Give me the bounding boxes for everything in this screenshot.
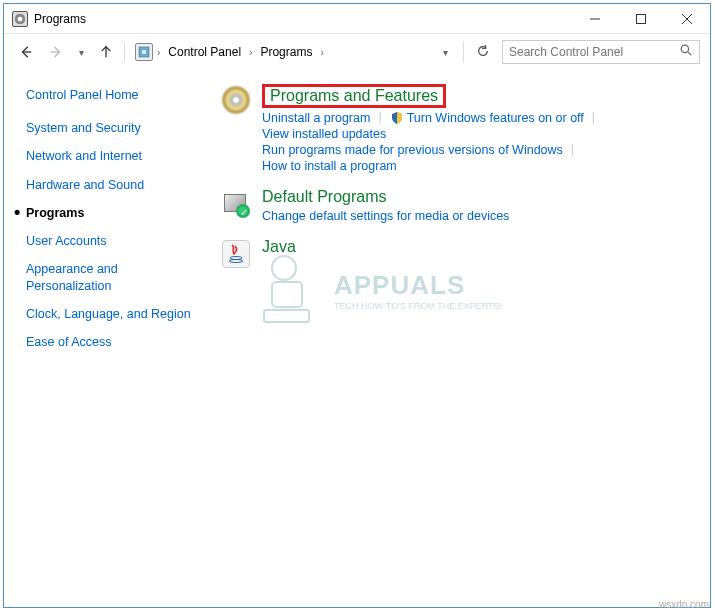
- breadcrumb-control-panel[interactable]: Control Panel: [164, 43, 245, 61]
- svg-point-12: [229, 260, 243, 263]
- chevron-right-icon[interactable]: ›: [249, 47, 252, 58]
- search-icon[interactable]: [680, 44, 693, 60]
- search-input[interactable]: [509, 45, 680, 59]
- content-area: Control Panel Home System and Security N…: [4, 70, 710, 607]
- sidebar-item-appearance[interactable]: Appearance and Personalization: [26, 261, 204, 294]
- svg-rect-14: [272, 282, 302, 307]
- maximize-button[interactable]: [618, 4, 664, 34]
- sidebar-item-user-accounts[interactable]: User Accounts: [26, 233, 204, 249]
- programs-features-link[interactable]: Programs and Features: [262, 84, 446, 108]
- chevron-right-icon[interactable]: ›: [157, 47, 160, 58]
- svg-point-8: [142, 50, 146, 54]
- watermark-brand: APPUALS: [334, 270, 502, 301]
- separator: [463, 42, 464, 62]
- sidebar-item-network-internet[interactable]: Network and Internet: [26, 148, 204, 164]
- sidebar-item-programs[interactable]: Programs: [26, 205, 204, 221]
- sidebar-item-clock-language[interactable]: Clock, Language, and Region: [26, 306, 204, 322]
- titlebar: Programs: [4, 4, 710, 34]
- how-install-link[interactable]: How to install a program: [262, 158, 397, 174]
- svg-point-9: [681, 45, 688, 52]
- java-link[interactable]: Java: [262, 238, 296, 256]
- window-frame: Programs ▾ ›: [3, 3, 711, 608]
- breadcrumb-programs[interactable]: Programs: [256, 43, 316, 61]
- section-programs-features: Programs and Features Uninstall a progra…: [220, 84, 700, 174]
- uninstall-program-link[interactable]: Uninstall a program: [262, 110, 370, 126]
- search-box[interactable]: [502, 40, 700, 64]
- forward-button[interactable]: [44, 40, 68, 64]
- breadcrumb[interactable]: › Control Panel › Programs ›: [131, 40, 427, 64]
- minimize-button[interactable]: [572, 4, 618, 34]
- watermark-tagline: TECH HOW-TO'S FROM THE EXPERTS!: [334, 301, 502, 311]
- section-default-programs: ✓ Default Programs Change default settin…: [220, 188, 700, 224]
- shield-icon: [390, 111, 404, 125]
- app-icon: [12, 11, 28, 27]
- sidebar-item-ease-access[interactable]: Ease of Access: [26, 334, 204, 350]
- compatibility-link[interactable]: Run programs made for previous versions …: [262, 142, 563, 158]
- section-java: Java: [220, 238, 700, 270]
- default-programs-icon: ✓: [220, 188, 252, 220]
- window-controls: [572, 4, 710, 34]
- svg-rect-15: [264, 310, 309, 322]
- view-updates-link[interactable]: View installed updates: [262, 126, 386, 142]
- sidebar: Control Panel Home System and Security N…: [4, 70, 214, 607]
- windows-features-link[interactable]: Turn Windows features on or off: [390, 110, 584, 126]
- path-dropdown[interactable]: ▾: [433, 40, 457, 64]
- up-button[interactable]: [94, 40, 118, 64]
- java-icon: [220, 238, 252, 270]
- svg-line-10: [688, 52, 691, 55]
- source-mark: wsxdn.com: [659, 599, 709, 610]
- sidebar-item-hardware-sound[interactable]: Hardware and Sound: [26, 177, 204, 193]
- programs-features-icon: [220, 84, 252, 116]
- recent-dropdown[interactable]: ▾: [74, 40, 88, 64]
- separator: [124, 42, 125, 62]
- refresh-button[interactable]: [470, 44, 496, 61]
- main-content: Programs and Features Uninstall a progra…: [214, 70, 710, 607]
- svg-rect-1: [637, 14, 646, 23]
- navigation-bar: ▾ › Control Panel › Programs › ▾: [4, 34, 710, 70]
- change-defaults-link[interactable]: Change default settings for media or dev…: [262, 208, 509, 224]
- back-button[interactable]: [14, 40, 38, 64]
- default-programs-link[interactable]: Default Programs: [262, 188, 387, 206]
- sidebar-item-system-security[interactable]: System and Security: [26, 120, 204, 136]
- window-title: Programs: [34, 12, 572, 26]
- chevron-right-icon[interactable]: ›: [320, 47, 323, 58]
- close-button[interactable]: [664, 4, 710, 34]
- control-panel-home-link[interactable]: Control Panel Home: [26, 88, 204, 102]
- control-panel-icon: [135, 43, 153, 61]
